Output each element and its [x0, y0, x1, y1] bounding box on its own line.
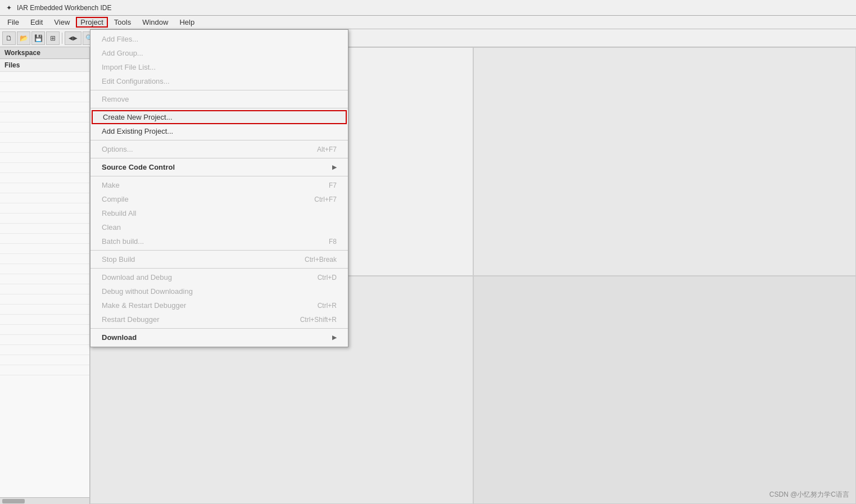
sep5: [90, 176, 348, 176]
menu-project[interactable]: Project: [76, 17, 107, 28]
menu-add-existing-project[interactable]: Add Existing Project...: [90, 124, 348, 138]
sidebar-line-14: [0, 203, 89, 214]
sep2: [90, 108, 348, 108]
menu-source-code-control[interactable]: Source Code Control ▶: [90, 160, 348, 174]
menu-make-restart-debugger[interactable]: Make & Restart Debugger Ctrl+R: [90, 298, 348, 312]
sidebar-line-23: [0, 294, 89, 305]
menu-batch-build[interactable]: Batch build... F8: [90, 234, 348, 248]
sidebar-line-2: [0, 82, 89, 92]
menu-edit-configurations[interactable]: Edit Configurations...: [90, 74, 348, 88]
menu-options[interactable]: Options... Alt+F7: [90, 142, 348, 156]
sidebar-line-26: [0, 325, 89, 335]
submenu-arrow-download: ▶: [332, 334, 337, 340]
menu-make[interactable]: Make F7: [90, 178, 348, 192]
menu-rebuild-all[interactable]: Rebuild All: [90, 206, 348, 220]
menu-help[interactable]: Help: [174, 16, 200, 28]
menu-download[interactable]: Download ▶: [90, 330, 348, 344]
sidebar-line-30: [0, 365, 89, 375]
sidebar-line-10: [0, 163, 89, 173]
submenu-arrow-scc: ▶: [332, 164, 337, 170]
menu-view[interactable]: View: [49, 16, 75, 28]
toolbar-save[interactable]: 💾: [31, 31, 45, 45]
menu-tools[interactable]: Tools: [109, 16, 136, 28]
scrollbar-thumb[interactable]: [2, 499, 25, 503]
sidebar-line-11: [0, 173, 89, 183]
toolbar-save-all[interactable]: ⊞: [46, 31, 60, 45]
toolbar-sep1: [62, 33, 62, 44]
sidebar-line-1: [0, 72, 89, 82]
sidebar-line-25: [0, 315, 89, 325]
menu-compile[interactable]: Compile Ctrl+F7: [90, 192, 348, 206]
sidebar-line-27: [0, 335, 89, 345]
sidebar: Workspace Files: [0, 47, 90, 504]
sidebar-scrollbar[interactable]: [0, 497, 89, 504]
sidebar-line-24: [0, 305, 89, 315]
menu-window[interactable]: Window: [137, 16, 173, 28]
content-pane-2: [473, 47, 857, 276]
sidebar-line-21: [0, 274, 89, 284]
sidebar-line-18: [0, 244, 89, 254]
sidebar-line-9: [0, 153, 89, 163]
sidebar-line-22: [0, 284, 89, 294]
project-dropdown: Add Files... Add Group... Import File Li…: [90, 29, 348, 347]
toolbar-open[interactable]: 📂: [17, 31, 30, 45]
menu-remove[interactable]: Remove: [90, 92, 348, 106]
sidebar-line-15: [0, 214, 89, 224]
sidebar-line-28: [0, 345, 89, 355]
sidebar-file-list: [0, 71, 89, 497]
sidebar-line-13: [0, 193, 89, 203]
toolbar-btn5[interactable]: ◀▶: [65, 31, 81, 45]
content-pane-4: [473, 276, 857, 505]
menu-edit[interactable]: Edit: [25, 16, 48, 28]
sidebar-line-5: [0, 112, 89, 122]
sidebar-line-3: [0, 92, 89, 102]
sep4: [90, 158, 348, 158]
menu-bar: File Edit View Project Tools Window Help: [0, 16, 856, 29]
sidebar-line-20: [0, 264, 89, 274]
sep8: [90, 328, 348, 329]
sidebar-line-4: [0, 102, 89, 112]
files-label: Files: [0, 59, 89, 71]
menu-add-files[interactable]: Add Files...: [90, 32, 348, 46]
sidebar-line-29: [0, 355, 89, 365]
menu-restart-debugger[interactable]: Restart Debugger Ctrl+Shift+R: [90, 312, 348, 326]
sidebar-line-16: [0, 224, 89, 234]
app-title: IAR Embedded Workbench IDE: [17, 4, 112, 12]
sep6: [90, 250, 348, 251]
sep3: [90, 140, 348, 140]
sidebar-line-12: [0, 183, 89, 193]
workspace-tab[interactable]: Workspace: [0, 47, 89, 59]
title-bar: ✦ IAR Embedded Workbench IDE: [0, 0, 856, 16]
menu-file[interactable]: File: [2, 16, 24, 28]
menu-add-group[interactable]: Add Group...: [90, 46, 348, 60]
watermark: CSDN @小忆努力学C语言: [769, 490, 849, 500]
sidebar-line-7: [0, 133, 89, 143]
sidebar-line-17: [0, 234, 89, 244]
menu-debug-without-downloading[interactable]: Debug without Downloading: [90, 284, 348, 298]
sidebar-line-19: [0, 254, 89, 264]
sidebar-line-8: [0, 143, 89, 153]
sidebar-line-6: [0, 122, 89, 133]
dropdown-menu: Add Files... Add Group... Import File Li…: [90, 29, 348, 347]
menu-create-new-project[interactable]: Create New Project...: [92, 110, 347, 124]
menu-clean[interactable]: Clean: [90, 220, 348, 234]
app-icon: ✦: [4, 3, 13, 12]
menu-import-file-list[interactable]: Import File List...: [90, 60, 348, 74]
sep1: [90, 90, 348, 90]
menu-stop-build[interactable]: Stop Build Ctrl+Break: [90, 252, 348, 266]
toolbar-new[interactable]: 🗋: [2, 31, 16, 45]
menu-download-debug[interactable]: Download and Debug Ctrl+D: [90, 270, 348, 284]
sep7: [90, 268, 348, 269]
